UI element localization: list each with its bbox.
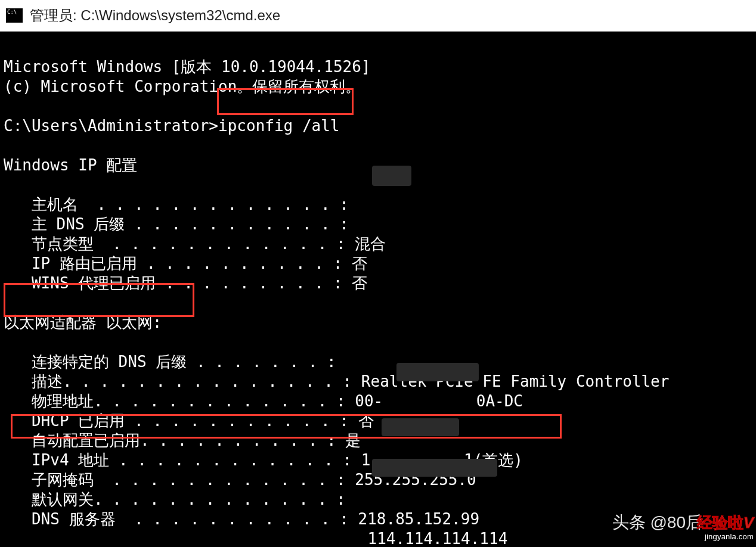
censor-block (372, 166, 411, 186)
field-node-type: 节点类型 . . . . . . . . . . . . : 混合 (4, 235, 386, 253)
field-dhcp-enabled: DHCP 已启用 . . . . . . . . . . . : 否 (4, 412, 374, 430)
field-primary-dns-suffix: 主 DNS 后缀 . . . . . . . . . . . : (4, 215, 349, 233)
title-bar[interactable]: 管理员: C:\Windows\system32\cmd.exe (0, 0, 756, 32)
watermark-toutiao: 头条 @80后 (612, 511, 702, 534)
field-conn-dns-suffix: 连接特定的 DNS 后缀 . . . . . . . : (4, 353, 336, 371)
cmd-window: 管理员: C:\Windows\system32\cmd.exe Microso… (0, 0, 756, 547)
field-hostname: 主机名 . . . . . . . . . . . . . : (4, 195, 349, 213)
field-autoconfig: 自动配置已启用. . . . . . . . . . : 是 (4, 431, 361, 449)
command-text: ipconfig /all (218, 117, 340, 135)
watermark-jingyanla: 经验啦V jingyanla.com (697, 512, 754, 541)
field-dns-server-2: 114.114.114.114 (4, 530, 507, 547)
watermark-v-icon: V (743, 514, 754, 532)
terminal-line: (c) Microsoft Corporation。保留所有权利。 (4, 77, 361, 95)
terminal-line (4, 97, 13, 115)
prompt: C:\Users\Administrator> (4, 117, 218, 135)
terminal-line (4, 294, 13, 312)
terminal-line (4, 136, 13, 154)
field-dns-server: DNS 服务器 . . . . . . . . . . . : 218.85.1… (4, 510, 479, 528)
field-physical-address: 物理地址. . . . . . . . . . . . . : 00- 0A-D… (4, 392, 523, 410)
field-default-gateway: 默认网关. . . . . . . . . . . . . : (4, 490, 346, 508)
field-description: 描述. . . . . . . . . . . . . . . : Realte… (4, 372, 669, 390)
prompt-line: C:\Users\Administrator>ipconfig /all (4, 117, 340, 135)
censor-block (382, 418, 459, 436)
field-ip-routing: IP 路由已启用 . . . . . . . . . . : 否 (4, 254, 367, 272)
window-title: 管理员: C:\Windows\system32\cmd.exe (30, 6, 280, 25)
censor-block (372, 459, 497, 477)
adapter-header: 以太网适配器 以太网: (4, 313, 162, 331)
terminal-line: Microsoft Windows [版本 10.0.19044.1526] (4, 58, 371, 76)
censor-block (396, 363, 479, 381)
terminal-line (4, 176, 13, 194)
terminal-line (4, 333, 13, 351)
field-wins-proxy: WINS 代理已启用 . . . . . . . . . : 否 (4, 274, 367, 292)
watermark-text: 经验啦 (697, 514, 743, 532)
section-header: Windows IP 配置 (4, 156, 137, 174)
cmd-icon (6, 8, 23, 23)
watermark-url: jingyanla.com (697, 532, 754, 541)
